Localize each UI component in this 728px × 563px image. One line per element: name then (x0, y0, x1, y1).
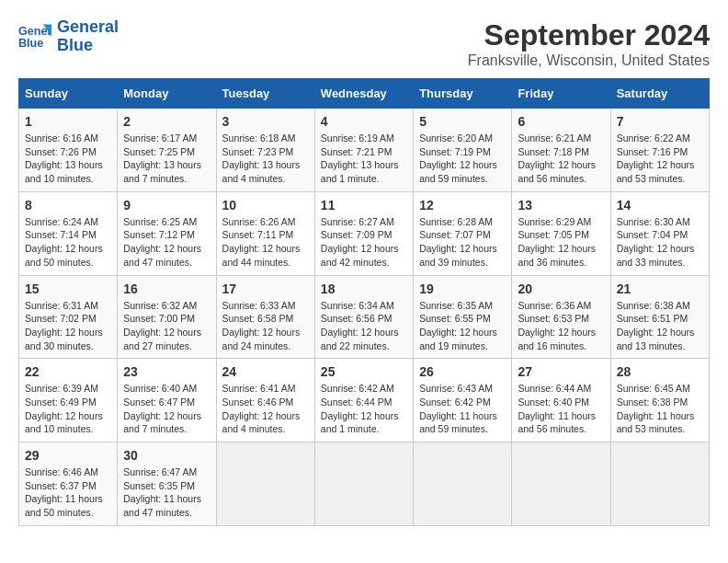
calendar-cell: 19Sunrise: 6:35 AM Sunset: 6:55 PM Dayli… (414, 275, 512, 359)
day-number: 21 (617, 282, 703, 296)
calendar-cell: 23Sunrise: 6:40 AM Sunset: 6:47 PM Dayli… (118, 359, 216, 442)
header-friday: Friday (512, 79, 610, 109)
header-saturday: Saturday (610, 79, 709, 109)
calendar-cell: 10Sunrise: 6:26 AM Sunset: 7:11 PM Dayli… (216, 191, 314, 275)
day-info: Sunrise: 6:28 AM Sunset: 7:07 PM Dayligh… (419, 215, 506, 270)
page-header: General Blue General Blue September 2024… (18, 18, 710, 69)
day-info: Sunrise: 6:32 AM Sunset: 7:00 PM Dayligh… (123, 299, 210, 353)
day-info: Sunrise: 6:30 AM Sunset: 7:04 PM Dayligh… (617, 215, 703, 270)
day-info: Sunrise: 6:24 AM Sunset: 7:14 PM Dayligh… (25, 215, 111, 270)
day-info: Sunrise: 6:42 AM Sunset: 6:44 PM Dayligh… (321, 382, 407, 436)
day-number: 7 (617, 114, 703, 129)
day-info: Sunrise: 6:18 AM Sunset: 7:23 PM Dayligh… (222, 132, 309, 186)
day-info: Sunrise: 6:33 AM Sunset: 6:58 PM Dayligh… (222, 299, 309, 353)
header-wednesday: Wednesday (314, 79, 413, 109)
calendar-cell: 12Sunrise: 6:28 AM Sunset: 7:07 PM Dayli… (414, 191, 512, 275)
day-info: Sunrise: 6:21 AM Sunset: 7:18 PM Dayligh… (518, 132, 604, 186)
day-number: 14 (617, 198, 703, 213)
calendar-cell: 17Sunrise: 6:33 AM Sunset: 6:58 PM Dayli… (216, 275, 314, 359)
calendar-cell (512, 442, 610, 526)
calendar-cell: 4Sunrise: 6:19 AM Sunset: 7:21 PM Daylig… (314, 109, 413, 192)
day-info: Sunrise: 6:16 AM Sunset: 7:26 PM Dayligh… (25, 132, 111, 186)
day-number: 20 (518, 282, 604, 296)
day-number: 19 (419, 282, 506, 296)
day-number: 27 (518, 364, 604, 379)
day-number: 6 (518, 114, 604, 129)
calendar-cell: 26Sunrise: 6:43 AM Sunset: 6:42 PM Dayli… (414, 359, 512, 442)
calendar-cell: 15Sunrise: 6:31 AM Sunset: 7:02 PM Dayli… (19, 275, 118, 359)
day-info: Sunrise: 6:17 AM Sunset: 7:25 PM Dayligh… (123, 132, 210, 186)
day-number: 24 (222, 364, 309, 379)
week-row-2: 8Sunrise: 6:24 AM Sunset: 7:14 PM Daylig… (19, 191, 710, 275)
week-row-5: 29Sunrise: 6:46 AM Sunset: 6:37 PM Dayli… (19, 442, 710, 526)
logo-line2: Blue (57, 36, 93, 54)
day-number: 9 (123, 198, 210, 213)
header-tuesday: Tuesday (216, 79, 314, 109)
day-number: 16 (123, 282, 210, 296)
day-number: 1 (25, 114, 111, 129)
day-number: 17 (222, 282, 309, 296)
page-subtitle: Franksville, Wisconsin, United States (468, 52, 710, 69)
logo: General Blue General Blue (18, 18, 119, 55)
calendar-cell: 16Sunrise: 6:32 AM Sunset: 7:00 PM Dayli… (118, 275, 216, 359)
calendar-cell: 8Sunrise: 6:24 AM Sunset: 7:14 PM Daylig… (19, 191, 118, 275)
day-info: Sunrise: 6:36 AM Sunset: 6:53 PM Dayligh… (518, 299, 604, 353)
day-info: Sunrise: 6:47 AM Sunset: 6:35 PM Dayligh… (123, 465, 210, 520)
day-info: Sunrise: 6:29 AM Sunset: 7:05 PM Dayligh… (518, 215, 604, 270)
day-number: 3 (222, 114, 309, 129)
header-thursday: Thursday (414, 79, 512, 109)
day-number: 28 (617, 364, 703, 379)
day-number: 30 (123, 448, 210, 463)
day-number: 22 (25, 364, 111, 379)
day-info: Sunrise: 6:43 AM Sunset: 6:42 PM Dayligh… (419, 382, 506, 436)
calendar-cell: 9Sunrise: 6:25 AM Sunset: 7:12 PM Daylig… (118, 191, 216, 275)
page-title: September 2024 (468, 18, 710, 52)
day-info: Sunrise: 6:27 AM Sunset: 7:09 PM Dayligh… (321, 215, 407, 270)
calendar-cell: 13Sunrise: 6:29 AM Sunset: 7:05 PM Dayli… (512, 191, 610, 275)
day-number: 26 (419, 364, 506, 379)
day-info: Sunrise: 6:22 AM Sunset: 7:16 PM Dayligh… (617, 132, 703, 186)
day-info: Sunrise: 6:25 AM Sunset: 7:12 PM Dayligh… (123, 215, 210, 270)
day-info: Sunrise: 6:41 AM Sunset: 6:46 PM Dayligh… (222, 382, 309, 436)
day-number: 15 (25, 282, 111, 296)
day-number: 25 (321, 364, 407, 379)
calendar-cell: 18Sunrise: 6:34 AM Sunset: 6:56 PM Dayli… (314, 275, 413, 359)
calendar-cell (610, 442, 709, 526)
calendar-cell: 21Sunrise: 6:38 AM Sunset: 6:51 PM Dayli… (610, 275, 709, 359)
calendar-cell: 27Sunrise: 6:44 AM Sunset: 6:40 PM Dayli… (512, 359, 610, 442)
calendar-cell: 6Sunrise: 6:21 AM Sunset: 7:18 PM Daylig… (512, 109, 610, 192)
calendar-cell: 1Sunrise: 6:16 AM Sunset: 7:26 PM Daylig… (19, 109, 118, 192)
calendar-cell: 11Sunrise: 6:27 AM Sunset: 7:09 PM Dayli… (314, 191, 413, 275)
day-number: 13 (518, 198, 604, 213)
logo-line1: General (57, 17, 119, 36)
calendar-cell: 5Sunrise: 6:20 AM Sunset: 7:19 PM Daylig… (414, 109, 512, 192)
day-info: Sunrise: 6:40 AM Sunset: 6:47 PM Dayligh… (123, 382, 210, 436)
day-info: Sunrise: 6:31 AM Sunset: 7:02 PM Dayligh… (25, 299, 111, 353)
header-sunday: Sunday (19, 79, 118, 109)
day-number: 12 (419, 198, 506, 213)
day-number: 5 (419, 114, 506, 129)
day-info: Sunrise: 6:38 AM Sunset: 6:51 PM Dayligh… (617, 299, 703, 353)
logo-icon: General Blue (18, 20, 51, 53)
day-number: 11 (321, 198, 407, 213)
calendar-cell (216, 442, 314, 526)
calendar-cell: 7Sunrise: 6:22 AM Sunset: 7:16 PM Daylig… (610, 109, 709, 192)
day-info: Sunrise: 6:46 AM Sunset: 6:37 PM Dayligh… (25, 465, 111, 520)
day-info: Sunrise: 6:20 AM Sunset: 7:19 PM Dayligh… (419, 132, 506, 186)
calendar-header-row: SundayMondayTuesdayWednesdayThursdayFrid… (19, 79, 710, 109)
day-info: Sunrise: 6:19 AM Sunset: 7:21 PM Dayligh… (321, 132, 407, 186)
day-number: 18 (321, 282, 407, 296)
calendar-cell: 22Sunrise: 6:39 AM Sunset: 6:49 PM Dayli… (19, 359, 118, 442)
day-number: 4 (321, 114, 407, 129)
day-number: 23 (123, 364, 210, 379)
day-info: Sunrise: 6:26 AM Sunset: 7:11 PM Dayligh… (222, 215, 309, 270)
title-block: September 2024 Franksville, Wisconsin, U… (468, 18, 710, 69)
calendar-cell: 24Sunrise: 6:41 AM Sunset: 6:46 PM Dayli… (216, 359, 314, 442)
day-number: 8 (25, 198, 111, 213)
calendar-cell (414, 442, 512, 526)
calendar-cell (314, 442, 413, 526)
calendar-cell: 14Sunrise: 6:30 AM Sunset: 7:04 PM Dayli… (610, 191, 709, 275)
day-number: 10 (222, 198, 309, 213)
header-monday: Monday (118, 79, 216, 109)
day-info: Sunrise: 6:39 AM Sunset: 6:49 PM Dayligh… (25, 382, 111, 436)
